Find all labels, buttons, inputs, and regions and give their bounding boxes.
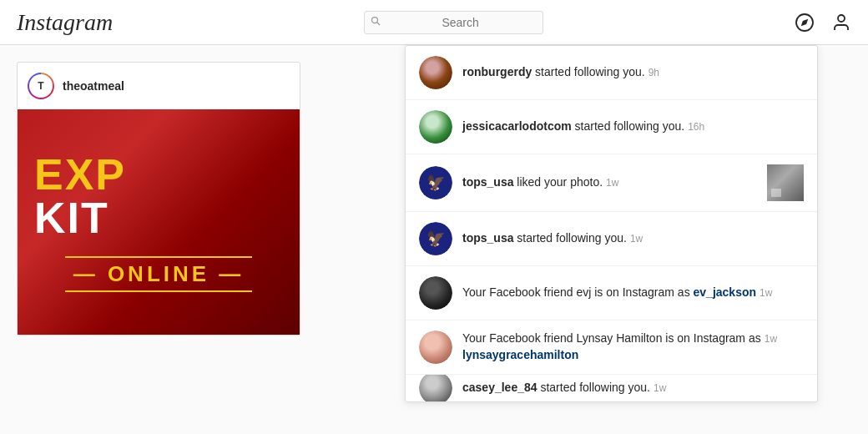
- notif-item-evj[interactable]: Your Facebook friend evj is on Instagram…: [406, 266, 817, 320]
- notif-action-4: started following you.: [513, 231, 626, 245]
- notif-item-ronburgerdy[interactable]: ronburgerdy started following you.9h: [406, 46, 817, 100]
- notif-action-6: Your Facebook friend Lynsay Hamilton is …: [462, 331, 761, 345]
- notif-time-7: 1w: [654, 382, 666, 394]
- notif-username-tops-1[interactable]: tops_usa: [462, 175, 513, 189]
- svg-marker-3: [801, 18, 808, 25]
- post-username[interactable]: theoatmeal: [63, 79, 124, 93]
- notif-link-lynsay[interactable]: lynsaygracehamilton: [462, 348, 578, 361]
- search-input[interactable]: [364, 11, 543, 34]
- notif-action-3: liked your photo.: [513, 175, 603, 189]
- notif-time-5: 1w: [760, 287, 772, 299]
- post-avatar-ring: T: [28, 73, 54, 99]
- notif-text-tops-liked: tops_usa liked your photo.1w: [462, 174, 757, 191]
- notif-text-casey: casey_lee_84 started following you.1w: [462, 380, 804, 396]
- notif-username-casey[interactable]: casey_lee_84: [462, 381, 537, 394]
- notif-time-3: 1w: [606, 177, 618, 189]
- post-text-exp: EXP: [34, 153, 126, 196]
- post-card: T theoatmeal EXP KIT — ONLINE —: [17, 62, 300, 336]
- notif-text-ronburgerdy: ronburgerdy started following you.9h: [462, 64, 804, 81]
- tops-eagle-icon-1: 🦅: [419, 166, 452, 199]
- svg-point-4: [838, 15, 845, 22]
- notif-photo-image: [767, 164, 804, 201]
- notif-avatar-tops-1: 🦅: [419, 166, 452, 199]
- notif-time-4: 1w: [630, 233, 643, 245]
- post-avatar: T: [29, 74, 53, 98]
- notif-item-casey[interactable]: casey_lee_84 started following you.1w: [406, 375, 817, 401]
- notif-item-jessicacarlodotcom[interactable]: jessicacarlodotcom started following you…: [406, 100, 817, 154]
- notif-item-tops-following[interactable]: 🦅 tops_usa started following you.1w: [406, 212, 817, 266]
- notif-text-evj: Your Facebook friend evj is on Instagram…: [462, 285, 804, 301]
- feed-area: T theoatmeal EXP KIT — ONLINE —: [0, 45, 409, 434]
- notif-time-6: 1w: [765, 333, 777, 345]
- notif-action-2: started following you.: [572, 119, 684, 133]
- notif-link-evj[interactable]: ev_jackson: [694, 285, 757, 299]
- notif-avatar-casey: [419, 375, 452, 401]
- notif-text-lynsay: Your Facebook friend Lynsay Hamilton is …: [462, 331, 804, 363]
- search-bar: [364, 11, 543, 34]
- notif-item-lynsay[interactable]: Your Facebook friend Lynsay Hamilton is …: [406, 320, 817, 375]
- post-text-kit: KIT: [34, 196, 109, 240]
- tops-eagle-icon-2: 🦅: [419, 222, 452, 255]
- post-text-online: — ONLINE —: [65, 256, 253, 292]
- notif-item-tops-liked[interactable]: 🦅 tops_usa liked your photo.1w: [406, 154, 817, 212]
- post-image: EXP KIT — ONLINE —: [18, 109, 300, 335]
- notif-avatar-ronburgerdy: [419, 56, 452, 89]
- notif-avatar-evj: [419, 276, 452, 310]
- notif-username-jessica[interactable]: jessicacarlodotcom: [462, 119, 572, 133]
- notif-username-ronburgerdy[interactable]: ronburgerdy: [462, 65, 532, 78]
- notif-username-tops-2[interactable]: tops_usa: [462, 231, 513, 245]
- compass-icon[interactable]: [795, 13, 815, 33]
- notif-action-1: started following you.: [532, 65, 644, 78]
- notif-action-5: Your Facebook friend evj is on Instagram…: [462, 285, 694, 299]
- instagram-logo: Instagram: [17, 9, 113, 36]
- notifications-dropdown: ronburgerdy started following you.9h jes…: [405, 45, 818, 402]
- notif-text-tops-following: tops_usa started following you.1w: [462, 230, 804, 247]
- notif-time-1: 9h: [648, 67, 659, 78]
- notif-thumb-tops: [767, 164, 804, 201]
- notif-avatar-jessica: [419, 110, 452, 144]
- notif-avatar-tops-2: 🦅: [419, 222, 452, 255]
- header: Instagram: [0, 0, 868, 45]
- notif-avatar-lynsay: [419, 331, 452, 364]
- header-icons: [795, 13, 851, 33]
- profile-icon[interactable]: [831, 13, 851, 33]
- notif-time-2: 16h: [688, 121, 704, 133]
- post-header: T theoatmeal: [18, 63, 300, 109]
- notif-action-7: started following you.: [537, 381, 650, 394]
- notif-text-jessica: jessicacarlodotcom started following you…: [462, 119, 804, 135]
